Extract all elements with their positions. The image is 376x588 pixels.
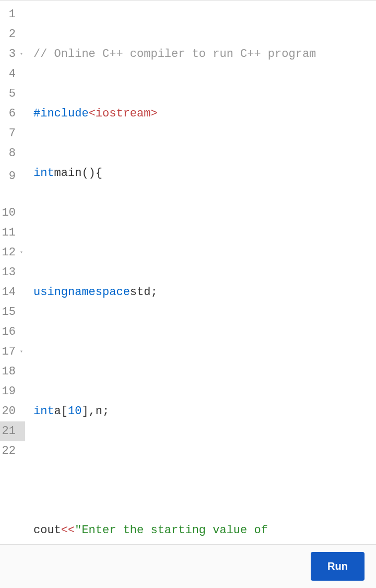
line-number: 14 xyxy=(0,283,25,302)
fold-icon[interactable]: ▾ xyxy=(18,243,23,263)
code-content[interactable]: // Online C++ compiler to run C++ progra… xyxy=(28,1,376,544)
line-number: 11 xyxy=(0,223,25,243)
code-line xyxy=(33,342,376,362)
code-line xyxy=(33,461,376,481)
line-number: 19 xyxy=(0,382,25,402)
line-number: 4 xyxy=(0,64,25,84)
line-number-gutter: 1 2 3▾ 4 5 6 7 8 9 10 11 12▾ 13 14 15 16… xyxy=(0,1,28,544)
code-line xyxy=(33,223,376,243)
line-number: 5 xyxy=(0,84,25,104)
line-number: 8 xyxy=(0,144,25,163)
line-number: 2 xyxy=(0,25,25,44)
line-number: 12▾ xyxy=(0,243,25,263)
code-line: int a[10],n; xyxy=(33,402,376,421)
line-number: 9 xyxy=(0,163,25,203)
line-number: 10 xyxy=(0,203,25,223)
code-line: #include <iostream> xyxy=(33,104,376,124)
line-number: 1 xyxy=(0,5,25,25)
code-area[interactable]: 1 2 3▾ 4 5 6 7 8 9 10 11 12▾ 13 14 15 16… xyxy=(0,1,376,544)
line-number: 18 xyxy=(0,362,25,382)
line-number: 17▾ xyxy=(0,342,25,362)
fold-icon[interactable]: ▾ xyxy=(18,44,23,64)
editor-footer: Run xyxy=(0,544,376,588)
editor-container: 1 2 3▾ 4 5 6 7 8 9 10 11 12▾ 13 14 15 16… xyxy=(0,0,376,588)
code-line: using namespace std; xyxy=(33,283,376,302)
run-button[interactable]: Run xyxy=(311,552,365,581)
line-number: 13 xyxy=(0,263,25,283)
code-line: int main(){ xyxy=(33,163,376,183)
line-number: 22 xyxy=(0,441,25,461)
code-line: // Online C++ compiler to run C++ progra… xyxy=(33,44,376,64)
line-number: 7 xyxy=(0,124,25,144)
line-number: 21 xyxy=(0,421,25,441)
line-number: 15 xyxy=(0,302,25,322)
line-number: 16 xyxy=(0,322,25,342)
fold-icon[interactable]: ▾ xyxy=(18,342,23,362)
line-number: 3▾ xyxy=(0,44,25,64)
line-number: 6 xyxy=(0,104,25,124)
code-line: cout<<"Enter the starting value ofsequen… xyxy=(33,521,376,544)
line-number: 20 xyxy=(0,402,25,421)
